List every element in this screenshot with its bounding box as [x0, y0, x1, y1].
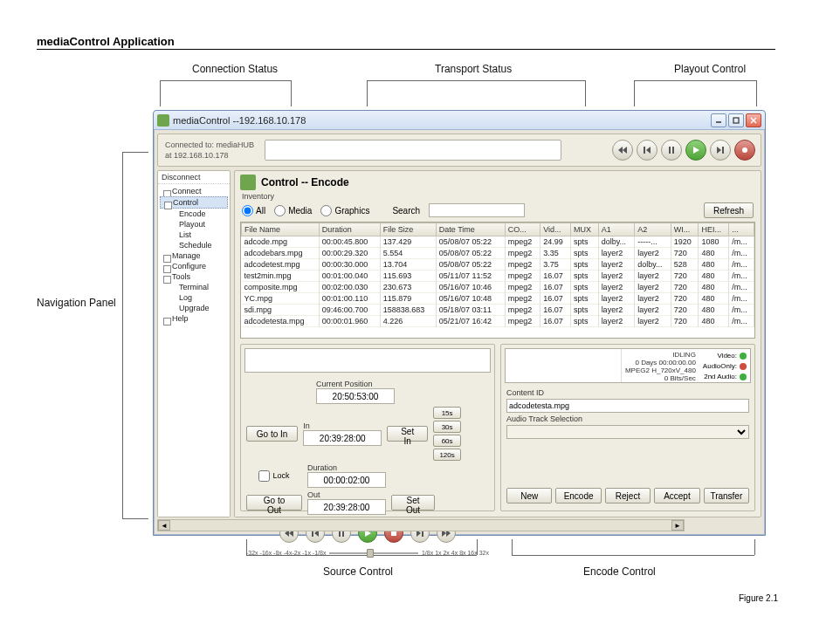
- speed-left-labels: -32x -16x -8x -4x-2x -1x -1/8x: [246, 550, 326, 556]
- nav-item-help[interactable]: Help: [160, 313, 228, 324]
- filter-all[interactable]: All: [242, 205, 265, 216]
- table-cell: mpeg2: [505, 259, 540, 271]
- nav-item-control[interactable]: Control: [160, 196, 228, 209]
- nav-item-list[interactable]: List: [160, 230, 228, 240]
- column-header[interactable]: Duration: [319, 223, 380, 236]
- titlebar[interactable]: mediaControl --192.168.10.178: [154, 111, 765, 130]
- nav-item-encode[interactable]: Encode: [160, 209, 228, 219]
- minimize-button[interactable]: [711, 113, 726, 127]
- disconnect-link[interactable]: Disconnect: [158, 171, 230, 184]
- nav-item-configure[interactable]: Configure: [160, 261, 228, 271]
- nav-item-playout[interactable]: Playout: [160, 219, 228, 230]
- quick-15s-button[interactable]: 15s: [433, 407, 461, 419]
- reject-button[interactable]: Reject: [605, 488, 651, 504]
- table-row[interactable]: composite.mpg00:02:00.030230.67305/16/07…: [242, 282, 754, 293]
- main-title: Control -- Encode: [261, 176, 349, 188]
- search-input[interactable]: [429, 203, 525, 217]
- table-cell: 230.673: [380, 282, 436, 293]
- close-button[interactable]: [746, 113, 761, 127]
- table-cell: layer2: [635, 271, 671, 282]
- table-row[interactable]: sdi.mpg09:46:00.700158838.68305/18/07 03…: [242, 305, 754, 316]
- set-in-button[interactable]: Set In: [387, 426, 428, 442]
- quick-120s-button[interactable]: 120s: [433, 449, 461, 461]
- audio-track-select[interactable]: [506, 425, 749, 439]
- column-header[interactable]: File Size: [380, 223, 436, 236]
- table-row[interactable]: adcodebars.mpg00:00:29.3205.55405/08/07 …: [242, 248, 754, 259]
- table-cell: spts: [570, 236, 598, 248]
- lock-label: Lock: [272, 471, 289, 480]
- scroll-right-button[interactable]: ►: [671, 520, 684, 531]
- column-header[interactable]: Date Time: [436, 223, 505, 236]
- table-cell: 528: [671, 259, 699, 271]
- filter-graphics[interactable]: Graphics: [320, 205, 369, 216]
- lock-checkbox[interactable]: Lock: [246, 470, 302, 482]
- svg-marker-11: [717, 147, 721, 154]
- in-field[interactable]: 20:39:28:00: [303, 430, 382, 446]
- refresh-button[interactable]: Refresh: [704, 202, 754, 218]
- column-header[interactable]: WI...: [671, 223, 699, 236]
- column-header[interactable]: File Name: [242, 223, 320, 236]
- table-row[interactable]: adcode.mpg00:00:45.800137.42905/08/07 05…: [242, 236, 754, 248]
- current-position-field[interactable]: 20:50:53:00: [316, 388, 395, 404]
- nav-item-schedule[interactable]: Schedule: [160, 240, 228, 250]
- new-button[interactable]: New: [506, 488, 552, 504]
- nav-item-log[interactable]: Log: [160, 292, 228, 303]
- maximize-button[interactable]: [728, 113, 744, 127]
- filter-all-radio[interactable]: [242, 205, 253, 216]
- play-button[interactable]: [685, 140, 706, 161]
- out-field[interactable]: 20:39:28:00: [307, 499, 386, 515]
- column-header[interactable]: MUX: [570, 223, 598, 236]
- table-cell: adcodetesta.mpg: [242, 316, 320, 327]
- accept-button[interactable]: Accept: [654, 488, 699, 504]
- table-row[interactable]: adcodetesta.mpg00:00:01.9604.22605/21/07…: [242, 316, 754, 327]
- inventory-grid[interactable]: File NameDurationFile SizeDate TimeCO...…: [240, 222, 755, 339]
- column-header[interactable]: Vid...: [540, 223, 571, 236]
- nav-item-upgrade[interactable]: Upgrade: [160, 303, 228, 313]
- pause-button[interactable]: [661, 140, 682, 161]
- filter-graphics-radio[interactable]: [320, 205, 332, 216]
- step-back-button[interactable]: [637, 140, 657, 161]
- column-header[interactable]: HEI...: [699, 223, 729, 236]
- callout-encode-control: Encode Control: [583, 565, 656, 578]
- go-to-in-button[interactable]: Go to In: [246, 426, 298, 442]
- table-row[interactable]: adcodetest.mpg00:00:30.00013.70405/08/07…: [242, 259, 754, 271]
- column-header[interactable]: CO...: [505, 223, 540, 236]
- scroll-left-button[interactable]: ◄: [158, 520, 170, 531]
- table-cell: 05/08/07 05:22: [436, 236, 505, 248]
- record-button[interactable]: [734, 140, 755, 161]
- duration-field[interactable]: 00:00:02:00: [307, 472, 386, 488]
- nav-item-connect[interactable]: Connect: [160, 186, 228, 196]
- table-cell: 05/16/07 10:46: [436, 282, 505, 293]
- nav-item-tools[interactable]: Tools: [160, 271, 228, 282]
- table-cell: 00:01:00.040: [319, 271, 380, 282]
- table-cell: mpeg2: [505, 305, 540, 316]
- set-out-button[interactable]: Set Out: [391, 495, 435, 510]
- column-header[interactable]: A1: [598, 223, 635, 236]
- lock-input[interactable]: [258, 470, 270, 482]
- quick-30s-button[interactable]: 30s: [433, 421, 461, 433]
- filter-media[interactable]: Media: [274, 205, 312, 216]
- callout-bracket: [122, 518, 148, 519]
- transfer-button[interactable]: Transfer: [704, 488, 749, 504]
- table-cell: sdi.mpg: [242, 305, 320, 316]
- quick-60s-button[interactable]: 60s: [433, 435, 461, 447]
- column-header[interactable]: ...: [729, 223, 754, 236]
- nav-item-terminal[interactable]: Terminal: [160, 282, 228, 292]
- table-row[interactable]: YC.mpg00:01:00.110115.87905/16/07 10:48m…: [242, 293, 754, 305]
- table-cell: test2min.mpg: [242, 271, 320, 282]
- encode-button[interactable]: Encode: [555, 488, 601, 504]
- speed-slider[interactable]: -32x -16x -8x -4x-2x -1x -1/8x 1/8x 1x 2…: [246, 550, 489, 556]
- filter-media-radio[interactable]: [274, 205, 286, 216]
- column-header[interactable]: A2: [635, 223, 671, 236]
- nav-item-manage[interactable]: Manage: [160, 250, 228, 261]
- table-row[interactable]: test2min.mpg00:01:00.040115.69305/11/07 …: [242, 271, 754, 282]
- video-led-label: Video:: [717, 352, 737, 360]
- speed-thumb[interactable]: [367, 549, 374, 558]
- callout-bracket: [122, 152, 148, 153]
- content-id-field[interactable]: [506, 399, 749, 413]
- go-to-out-button[interactable]: Go to Out: [246, 495, 302, 510]
- rewind-button[interactable]: [612, 140, 633, 161]
- table-cell: 480: [699, 259, 729, 271]
- horizontal-scrollbar[interactable]: ◄ ►: [157, 519, 685, 531]
- step-forward-button[interactable]: [710, 140, 731, 161]
